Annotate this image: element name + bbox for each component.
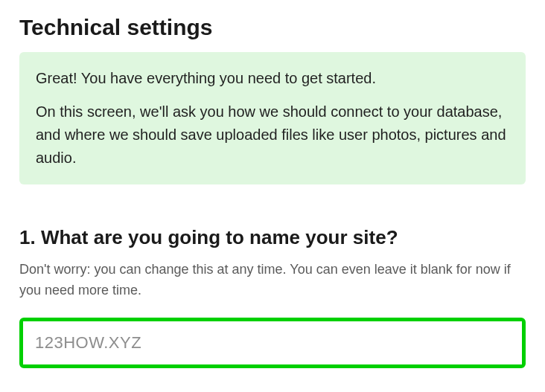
question-1-heading: 1. What are you going to name your site? xyxy=(19,226,526,249)
info-box: Great! You have everything you need to g… xyxy=(19,52,526,184)
site-name-input[interactable] xyxy=(23,321,522,364)
page-title: Technical settings xyxy=(19,15,526,40)
info-line-1: Great! You have everything you need to g… xyxy=(36,67,509,90)
site-name-input-wrap xyxy=(19,318,526,368)
info-line-2: On this screen, we'll ask you how we sho… xyxy=(36,100,509,170)
question-1-description: Don't worry: you can change this at any … xyxy=(19,260,526,301)
